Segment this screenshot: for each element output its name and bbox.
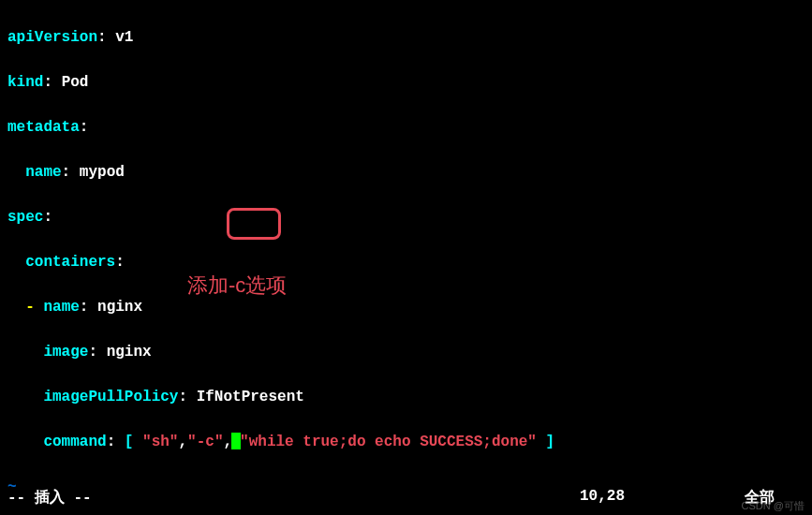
yaml-line: kind: Pod (7, 71, 805, 94)
yaml-bracket: ] (546, 434, 555, 450)
yaml-string: "-c" (187, 434, 223, 450)
yaml-key: image (43, 344, 88, 360)
vim-status-bar: -- 插入 -- 10,28 全部 (0, 488, 812, 508)
yaml-value: nginx (107, 344, 152, 360)
yaml-key: kind (7, 74, 43, 91)
yaml-value: IfNotPresent (197, 389, 304, 405)
code-editor[interactable]: apiVersion: v1 kind: Pod metadata: name:… (0, 0, 812, 515)
yaml-dash: - (25, 299, 35, 316)
cursor (231, 433, 241, 449)
vim-mode: -- 插入 -- (7, 488, 92, 508)
yaml-line: spec: (7, 206, 805, 228)
yaml-key: imagePullPolicy (43, 389, 178, 405)
yaml-line: name: mypod (7, 161, 805, 184)
yaml-key: command (43, 434, 106, 450)
yaml-line: - name: nginx (7, 296, 805, 318)
yaml-key: metadata (7, 119, 80, 136)
yaml-key: apiVersion (7, 29, 97, 46)
yaml-key: containers (25, 254, 115, 271)
yaml-value: v1 (115, 29, 133, 46)
yaml-line: imagePullPolicy: IfNotPresent (7, 386, 805, 408)
yaml-line: image: nginx (7, 341, 805, 363)
yaml-value: mypod (80, 164, 125, 181)
yaml-key: name (25, 164, 61, 181)
yaml-key: spec (7, 209, 43, 226)
yaml-line: containers: (7, 251, 805, 273)
yaml-line: metadata: (7, 116, 805, 139)
yaml-line: apiVersion: v1 (7, 26, 805, 49)
yaml-value: Pod (62, 74, 89, 91)
yaml-line: command: [ "sh","-c","while true;do echo… (7, 431, 805, 453)
yaml-bracket: [ (125, 434, 134, 450)
watermark: CSDN @可惜 (742, 499, 805, 513)
yaml-value: nginx (97, 299, 142, 316)
yaml-string: "sh" (142, 434, 178, 450)
yaml-string: "while true;do echo SUCCESS;done" (240, 434, 537, 450)
annotation-label: 添加-c选项 (187, 272, 287, 300)
yaml-key: name (43, 299, 79, 316)
cursor-position: 10,28 (580, 488, 625, 505)
